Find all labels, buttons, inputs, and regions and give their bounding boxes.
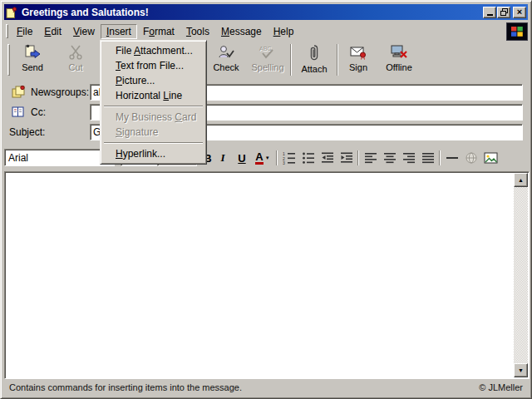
main-toolbar: Send Cut Check ABC Spelling [4,41,528,81]
close-icon: × [517,7,522,17]
offline-icon [390,44,408,61]
status-message: Contains commands for inserting items in… [9,382,242,392]
bulleted-list-icon [302,151,315,165]
toolbar-grip-handle[interactable] [7,44,10,76]
scroll-up-button[interactable]: ▲ [514,173,528,187]
menu-item-hyperlink[interactable]: Hyperlink... [102,146,204,161]
font-family-value: Arial [8,152,28,164]
align-left-button[interactable] [362,149,380,167]
format-separator [357,150,359,165]
subject-row: Subject: [4,124,528,140]
svg-text:3: 3 [283,160,285,165]
menu-item-signature[interactable]: Signature [102,125,204,140]
message-body[interactable]: ▲ ▼ [4,171,530,379]
vertical-scrollbar[interactable]: ▲ ▼ [514,173,528,377]
font-color-button[interactable]: A▼ [252,149,273,167]
cc-row: Cc: [4,104,528,121]
address-book-icon [11,105,26,120]
menu-separator [104,142,203,144]
svg-text:ABC: ABC [259,46,271,52]
align-right-icon [402,151,416,165]
menu-item-text-from-file[interactable]: Text from File... [102,58,204,73]
menu-item-horizontal-line[interactable]: Horizontal Line [102,88,204,103]
message-window: Greetings and Salutations! × File Edit V… [0,0,532,399]
menu-file[interactable]: File [11,24,38,39]
picture-icon [484,151,498,165]
insert-menu: File Attachment... Text from File... Pic… [100,40,207,165]
send-icon [23,44,42,61]
horizontal-line-icon [446,151,459,165]
font-family-select[interactable]: Arial ▼ [4,149,115,166]
close-button[interactable]: × [513,7,526,18]
insert-horizontal-line-button[interactable] [443,149,461,167]
bulleted-list-button[interactable] [299,149,318,167]
decrease-indent-button[interactable] [318,149,337,167]
message-header-fields: Newsgroups: Cc: Subject: [4,81,528,147]
cc-label: Cc: [31,106,46,118]
menu-insert[interactable]: Insert [101,24,137,39]
italic-button[interactable]: I [214,149,232,167]
decrease-indent-icon [321,151,334,165]
window-title: Greetings and Salutations! [22,7,482,18]
hyperlink-globe-icon [465,151,478,165]
title-bar[interactable]: Greetings and Salutations! × [4,4,528,20]
windows-logo-icon [506,22,528,41]
increase-indent-button[interactable] [337,149,356,167]
newsgroups-row: Newsgroups: [4,84,528,101]
new-message-icon [6,7,17,18]
insert-picture-button[interactable] [481,149,500,167]
sign-button[interactable]: Sign [339,42,377,79]
newsgroups-label: Newsgroups: [31,86,89,98]
newsgroups-icon [11,85,26,100]
menu-view[interactable]: View [67,24,101,39]
attach-icon [308,44,321,62]
numbered-list-button[interactable]: 1 2 3 [280,149,298,167]
status-bar: Contains commands for inserting items in… [4,379,528,395]
menu-edit[interactable]: Edit [38,24,67,39]
restore-button[interactable] [497,7,510,18]
restore-icon [500,8,508,16]
toolbar-separator [290,44,292,76]
align-right-button[interactable] [400,149,418,167]
align-center-button[interactable] [381,149,399,167]
underline-button[interactable]: U [233,149,251,167]
send-button[interactable]: Send [12,42,52,79]
spelling-button[interactable]: ABC Spelling [246,42,289,79]
toolbar-separator [337,44,338,76]
scroll-down-button[interactable]: ▼ [514,363,528,377]
scroll-up-icon: ▲ [518,177,524,183]
format-separator [439,150,441,165]
menu-format[interactable]: Format [137,24,180,39]
minimize-icon [487,14,493,16]
menu-separator [104,106,203,107]
increase-indent-icon [340,151,353,165]
menu-message[interactable]: Message [215,24,268,39]
cut-icon [67,44,84,61]
justify-button[interactable] [419,149,437,167]
menu-bar: File Edit View Insert Format Tools Messa… [4,22,528,41]
align-left-icon [364,151,377,165]
spelling-icon: ABC [258,44,278,61]
menu-item-my-business-card[interactable]: My Business Card [102,110,204,125]
align-center-icon [383,151,397,165]
cut-button[interactable]: Cut [56,42,96,79]
minimize-button[interactable] [483,7,496,18]
subject-label: Subject: [9,126,45,138]
numbered-list-icon: 1 2 3 [283,151,296,165]
credit-text: © JLMeller [479,382,523,392]
sign-icon [349,44,367,61]
format-separator [276,150,278,165]
scroll-down-icon: ▼ [518,367,524,373]
formatting-toolbar: Arial ▼ 10 ▼ ▼ B I U A▼ 1 2 3 [4,147,528,170]
menubar-grip-handle[interactable] [6,24,8,38]
offline-button[interactable]: Offline [377,42,421,79]
attach-button[interactable]: Attach [293,42,335,79]
menu-tools[interactable]: Tools [180,24,215,39]
menu-item-file-attachment[interactable]: File Attachment... [102,43,204,58]
menu-item-picture[interactable]: Picture... [102,73,204,88]
justify-icon [421,151,435,165]
check-names-button[interactable]: Check [206,42,246,79]
check-names-icon [217,44,235,61]
insert-hyperlink-button[interactable] [462,149,480,167]
menu-help[interactable]: Help [268,24,300,39]
